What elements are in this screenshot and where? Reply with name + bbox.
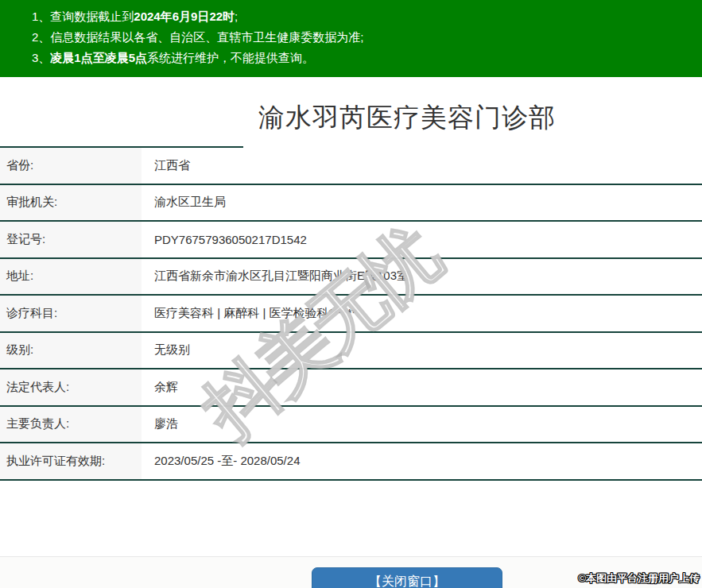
row-label: 级别: — [0, 333, 142, 369]
info-table: 省份: 江西省 审批机关: 渝水区卫生局 登记号: PDY76757936050… — [0, 148, 702, 481]
table-row-main-person-in-charge: 主要负责人: 廖浩 — [0, 407, 702, 444]
row-label: 审批机关: — [0, 185, 142, 221]
row-value: 江西省新余市渝水区孔目江暨阳商业街E段103室 — [142, 259, 702, 295]
row-value: 廖浩 — [142, 407, 702, 443]
notice-line-3: 3、凌晨1点至凌晨5点系统进行维护，不能提供查询。 — [32, 48, 694, 68]
row-value: 江西省 — [142, 148, 702, 184]
notice-line-1: 1、查询数据截止到2024年6月9日22时; — [32, 6, 694, 27]
row-label: 执业许可证有效期: — [0, 443, 142, 479]
row-value: 无级别 — [142, 333, 702, 369]
notice-line-1-bold: 2024年6月9日22时 — [134, 10, 235, 23]
table-row-province: 省份: 江西省 — [0, 148, 702, 185]
row-label: 主要负责人: — [0, 407, 142, 443]
row-value: PDY76757936050217D1542 — [142, 222, 702, 257]
notice-line-3-post: 系统进行维护，不能提供查询。 — [147, 51, 314, 64]
row-value: 2023/05/25 -至- 2028/05/24 — [142, 443, 702, 479]
row-label: 登记号: — [0, 222, 142, 257]
row-label: 法定代表人: — [0, 369, 142, 405]
notice-line-1-num: 1、 — [32, 10, 50, 23]
row-value: 余辉 — [142, 369, 702, 405]
page-title: 渝水羽芮医疗美容门诊部 — [258, 103, 556, 132]
notice-line-3-bold: 凌晨1点至凌晨5点 — [50, 51, 147, 64]
row-label: 地址: — [0, 259, 142, 295]
table-row-registration-number: 登记号: PDY76757936050217D1542 — [0, 222, 702, 259]
table-row-address: 地址: 江西省新余市渝水区孔目江暨阳商业街E段103室 — [0, 259, 702, 296]
table-row-treatment-subjects: 诊疗科目: 医疗美容科 | 麻醉科 | 医学检验科****** — [0, 296, 702, 333]
table-row-license-validity: 执业许可证有效期: 2023/05/25 -至- 2028/05/24 — [0, 443, 702, 481]
table-row-legal-representative: 法定代表人: 余辉 — [0, 369, 702, 407]
row-value: 医疗美容科 | 麻醉科 | 医学检验科****** — [142, 296, 702, 331]
row-label: 省份: — [0, 148, 142, 184]
notice-line-2-num: 2、 — [32, 30, 50, 44]
notice-line-1-post: ; — [235, 10, 238, 23]
close-window-button[interactable]: 【关闭窗口】 — [312, 567, 502, 588]
notice-line-2: 2、信息数据结果以各省、自治区、直辖市卫生健康委数据为准; — [32, 27, 694, 48]
notice-bar: 1、查询数据截止到2024年6月9日22时; 2、信息数据结果以各省、自治区、直… — [0, 0, 702, 77]
table-row-level: 级别: 无级别 — [0, 333, 702, 370]
row-value: 渝水区卫生局 — [142, 185, 702, 221]
row-label: 诊疗科目: — [0, 296, 142, 331]
notice-line-3-num: 3、 — [32, 51, 50, 64]
notice-line-1-text: 查询数据截止到 — [50, 10, 134, 23]
title-wrap: 渝水羽芮医疗美容门诊部 — [0, 100, 702, 136]
notice-line-2-text: 信息数据结果以各省、自治区、直辖市卫生健康委数据为准; — [50, 30, 363, 44]
table-row-approval-authority: 审批机关: 渝水区卫生局 — [0, 185, 702, 222]
copyright-watermark: ©本图由平台注册用户上传 — [578, 571, 700, 586]
